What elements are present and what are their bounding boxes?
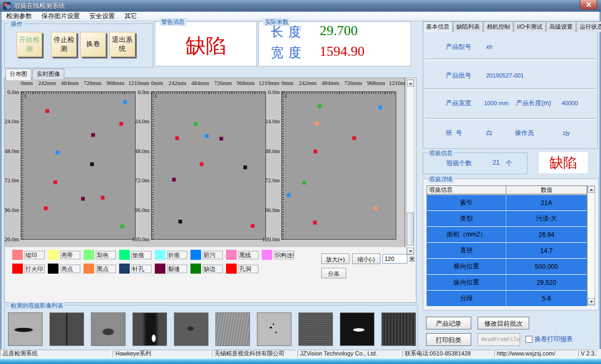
scroll-up-icon[interactable] [588,186,595,193]
exit-system-button[interactable]: 退出系统 [110,32,135,57]
defect-point[interactable] [220,137,223,141]
defect-point[interactable] [205,134,208,138]
tab-camera-control[interactable]: 相机控制 [483,21,513,32]
defect-point[interactable] [120,122,123,126]
start-detect-button[interactable]: 开始检测 [16,32,42,57]
product-model-label: 产品型号 [446,43,471,52]
defect-thumbnail[interactable] [49,312,84,346]
table-scrollbar[interactable] [587,185,595,306]
defect-thumbnail[interactable] [298,312,333,346]
defect-point[interactable] [81,197,85,201]
distribution-plot: 0.0m24.0m48.0m72.0m96.0m120.0m0mm242mm48… [136,78,266,247]
defect-point[interactable] [45,109,49,113]
y-tick-label: 72.0m [5,177,19,183]
menu-item[interactable]: 其它 [120,12,142,21]
defect-detail-row[interactable]: 纵向位置29.520 [427,275,587,290]
defect-point[interactable] [123,100,127,104]
tab-io-card-test[interactable]: I/O卡测试 [514,21,546,32]
defect-detail-row[interactable]: 面积（mm2）26.94 [427,227,587,242]
scroll-down-icon[interactable] [588,298,595,305]
defect-point[interactable] [194,122,197,125]
plots-scrollbar[interactable] [406,79,414,255]
view-length-input[interactable] [382,254,407,264]
change-roll-button[interactable]: 换卷 [80,32,106,57]
product-model-value: xh [486,44,493,50]
defect-detail-row[interactable]: 直径14.7 [427,243,587,258]
defect-point[interactable] [313,221,316,225]
defect-point[interactable] [91,133,95,137]
defect-field-name: 类型 [427,211,506,226]
defect-thumbnail[interactable] [340,312,374,346]
defect-detail-title: 瑕疵详情 [428,175,454,183]
defect-point[interactable] [251,224,254,227]
modify-batch-button[interactable]: 修改目前批次 [478,317,529,329]
defect-point[interactable] [314,150,318,154]
defect-thumbnail[interactable] [174,312,208,346]
separator [425,58,596,61]
table-header: 瑕疵信息 数值 [427,186,587,194]
scroll-down-icon[interactable] [407,248,414,255]
y-tick-label: 48.0m [265,147,280,154]
tab-realtime-image[interactable]: 实时图像 [32,69,64,79]
defect-point[interactable] [374,206,378,210]
defect-point[interactable] [172,177,176,181]
defect-point[interactable] [318,104,322,108]
defect-detail-row[interactable]: 索引21A [427,195,587,210]
menu-item[interactable]: 保存图片设置 [37,12,85,21]
defect-point[interactable] [302,181,306,184]
x-tick-label: 484mm [322,80,340,86]
zoom-in-button[interactable]: 放大(+) [321,253,349,264]
tab-defect-list[interactable]: 缺陷列表 [453,21,483,32]
menu-item[interactable]: 检测参数 [2,12,37,21]
x-tick-label: 242mm [299,80,317,86]
defect-point[interactable] [315,122,319,125]
defect-detail-row[interactable]: 类型污渍-大 [427,211,587,226]
menu-item[interactable]: 安全设置 [85,12,120,21]
defect-field-name: 索引 [427,195,506,210]
print-classify-button[interactable]: 打印归类 [426,333,471,346]
scroll-up-icon[interactable] [407,80,414,87]
defect-point[interactable] [378,106,382,109]
tab-distribution[interactable]: 分布图 [5,69,31,80]
defect-field-name: 横向位置 [427,259,506,274]
zoom-out-button[interactable]: 缩小(-) [352,253,380,264]
split-strip-button[interactable]: 分条 [321,268,346,278]
tab-run-status-info[interactable]: 运行状态信息 [577,21,601,32]
separator [425,118,596,120]
defect-point[interactable] [244,165,247,169]
defect-thumbnail[interactable] [215,312,250,346]
defect-point[interactable] [176,137,179,140]
defect-thumbnail[interactable] [91,312,126,346]
defect-point[interactable] [178,219,182,223]
defect-point[interactable] [199,162,203,166]
defect-detail-table: 瑕疵信息 数值 索引21A类型污渍-大面积（mm2）26.94直径14.7横向位… [427,185,587,306]
close-icon[interactable] [580,0,597,10]
stop-detect-button[interactable]: 停止检测 [51,32,77,57]
scroll-thumb[interactable] [407,213,414,246]
y-tick-label: 96.0m [135,206,149,213]
defect-point[interactable] [53,181,57,184]
defect-thumbnail[interactable] [381,312,416,346]
defect-detail-row[interactable]: 分段5-6 [427,291,587,306]
tab-advanced-settings[interactable]: 高级设置 [546,21,576,32]
legend-label: 划伤 [96,251,116,259]
defect-point[interactable] [120,224,124,228]
defect-thumbnail[interactable] [8,312,43,346]
defect-thumbnail[interactable] [132,312,167,346]
defect-point[interactable] [56,151,60,155]
defect-thumbnail[interactable] [257,312,291,346]
defect-point[interactable] [44,206,47,210]
defect-point[interactable] [353,137,356,140]
status-segment: V 2.3.1 [578,350,598,357]
product-record-button[interactable]: 产品记录 [426,317,471,329]
defect-point[interactable] [101,196,104,200]
tab-basic-info[interactable]: 基本信息 [423,21,453,32]
defect-point[interactable] [90,163,94,166]
defect-point[interactable] [287,193,291,197]
defect-detail-group: 瑕疵详情 瑕疵信息 数值 索引21A类型污渍-大面积（mm2）26.94直径14… [423,179,599,310]
y-tick-label: 120.0m [5,236,19,242]
read-from-file-button[interactable]: ReadFromFile-SIM [478,333,520,346]
legend-color-swatch [84,250,94,260]
print-report-checkbox[interactable] [525,336,532,343]
defect-detail-row[interactable]: 横向位置500.000 [427,259,587,274]
